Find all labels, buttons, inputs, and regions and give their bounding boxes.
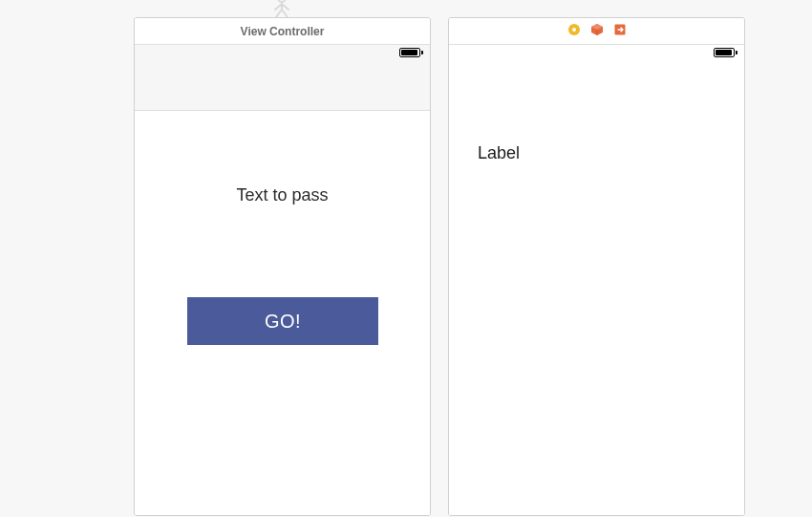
first-responder-icon [267,0,296,17]
storyboard-scenes: View Controller Text to pass GO! [134,17,745,516]
scene-dock-icons [567,23,627,40]
scene-view-controller[interactable]: View Controller Text to pass GO! [134,17,431,516]
go-button[interactable]: GO! [187,297,378,345]
svg-point-2 [572,28,576,32]
segue-dock-exit-icon[interactable] [613,23,627,40]
text-field[interactable]: Text to pass [135,185,430,205]
segue-dock-circle-icon[interactable] [567,23,581,40]
destination-view[interactable]: Label [449,62,744,515]
status-bar [135,45,430,62]
scene-destination[interactable]: Label [448,17,745,516]
go-button-label: GO! [265,311,301,333]
status-bar [449,45,744,62]
scene-title: View Controller [241,25,325,38]
text-field-placeholder: Text to pass [236,185,328,205]
scene-title-bar-left[interactable]: View Controller [135,18,430,45]
navigation-bar [135,62,430,111]
scene-title-bar-right[interactable] [449,18,744,45]
battery-icon [399,48,420,57]
battery-icon [714,48,735,57]
result-label-text: Label [478,143,520,162]
segue-dock-cube-icon[interactable] [590,23,604,40]
result-label[interactable]: Label [478,143,520,163]
view-controller-view[interactable]: Text to pass GO! [135,111,430,515]
